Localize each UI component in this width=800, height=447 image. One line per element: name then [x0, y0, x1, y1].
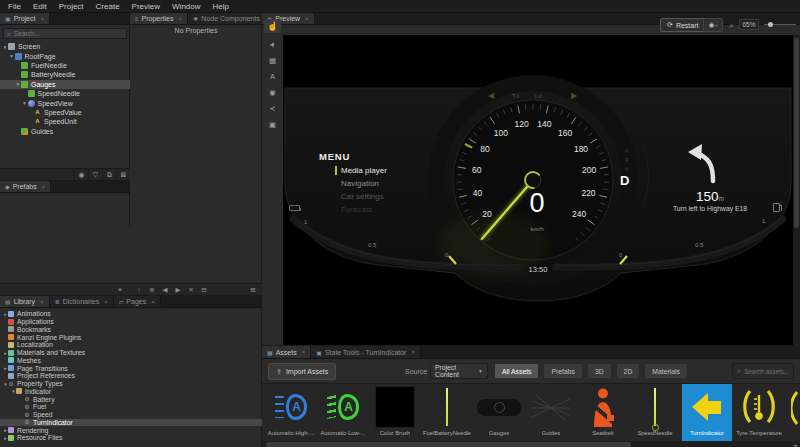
remove-icon[interactable]: ✕	[185, 286, 197, 294]
restart-button[interactable]: ⟳ Restart	[660, 18, 705, 32]
menu-item-file[interactable]: File	[3, 2, 26, 11]
zoom-slider-handle[interactable]	[768, 22, 773, 27]
menu-item-preview[interactable]: Preview	[127, 2, 165, 11]
preview-scrollbar-thumb[interactable]	[794, 38, 799, 228]
tab-pages[interactable]: ▱ Pages ×	[114, 296, 161, 307]
tree-node-batteryneedle[interactable]: BatteryNeedle	[0, 70, 130, 79]
interaction-tool-icon[interactable]: ☝	[264, 19, 281, 33]
close-icon[interactable]: ×	[40, 16, 44, 22]
filter-materials[interactable]: Materials	[644, 363, 688, 379]
close-icon[interactable]: ×	[302, 349, 306, 355]
preview-viewport[interactable]: 20406080100120140160180200220240 ◀ T.ıl …	[283, 35, 793, 345]
add-panel-icon[interactable]: ⊞	[247, 286, 259, 294]
filter-all-assets[interactable]: All Assets	[494, 363, 539, 379]
tab-project[interactable]: ▣ Project ×	[0, 13, 50, 24]
up-arrow-icon[interactable]: ↑	[133, 286, 145, 293]
close-icon[interactable]: ×	[305, 16, 309, 22]
asset-wind[interactable]: Wind	[786, 384, 800, 441]
asset-guides[interactable]: Guides	[526, 384, 576, 441]
grid-tool-icon[interactable]: ▦	[265, 55, 280, 66]
cluster-menu-item-car-settings[interactable]: Car settings	[335, 190, 387, 203]
tab-state-tools[interactable]: ▣ State Tools - TurnIndicator ×	[311, 346, 421, 358]
asset-seatbelt[interactable]: Seatbelt	[578, 384, 628, 441]
magic-wand-icon[interactable]: ✶	[114, 286, 126, 294]
library-node-project-references[interactable]: Project References	[0, 372, 262, 380]
asset-automatic-high[interactable]: AAutomatic-High-...	[266, 384, 316, 441]
library-node-animations[interactable]: ▸Animations	[0, 310, 262, 318]
tree-node-speedview[interactable]: ▾SpeedView	[0, 98, 130, 107]
close-icon[interactable]: ×	[178, 16, 182, 22]
library-node-localization[interactable]: Localization	[0, 341, 262, 349]
asset-speedneedle[interactable]: SpeedNeedle	[630, 384, 680, 441]
library-node-bookmarks[interactable]: Bookmarks	[0, 326, 262, 334]
add-node-icon[interactable]: ⊕	[146, 286, 158, 294]
deselect-icon[interactable]: ⊠	[116, 169, 130, 180]
share-tool-icon[interactable]: ≺	[265, 103, 280, 114]
tab-prefabs[interactable]: ◆ Prefabs ×	[0, 181, 51, 192]
asset-automatic-low[interactable]: AAutomatic-Low-...	[318, 384, 368, 441]
back-icon[interactable]: ◀	[159, 286, 171, 294]
library-node-resource-files[interactable]: ▸Resource Files	[0, 434, 262, 442]
menu-item-help[interactable]: Help	[208, 2, 234, 11]
assets-scrollbar-thumb[interactable]	[266, 442, 631, 447]
tree-node-screen[interactable]: ▾Screen	[0, 42, 130, 51]
library-node-indicator[interactable]: ▾Indicator	[0, 388, 262, 396]
isolate-icon[interactable]: ⧉	[102, 169, 116, 180]
forward-icon[interactable]: ▶	[172, 286, 184, 294]
library-node-materials-and-textures[interactable]: ▸Materials and Textures	[0, 349, 262, 357]
library-node-battery[interactable]: ⚙Battery	[0, 395, 262, 403]
tab-library[interactable]: ▤ Library ×	[0, 296, 50, 307]
library-node-rendering[interactable]: ▸Rendering	[0, 426, 262, 434]
tree-node-speedneedle[interactable]: SpeedNeedle	[0, 89, 130, 98]
asset-gauges[interactable]: Gauges	[474, 384, 524, 441]
library-node-fuel[interactable]: ⚙Fuel	[0, 403, 262, 411]
tree-node-fuelneedle[interactable]: FuelNeedle	[0, 61, 130, 70]
screenshot-tool-icon[interactable]: ▣	[265, 119, 280, 130]
tab-properties[interactable]: ≡ Properties ×	[130, 13, 188, 24]
select-tool-icon[interactable]: ➤	[264, 35, 281, 53]
tab-dictionaries[interactable]: ≣ Dictionaries ×	[50, 296, 114, 307]
close-icon[interactable]: ×	[42, 184, 46, 190]
assets-scrollbar-arrows[interactable]: ◂▸	[793, 442, 798, 447]
tab-assets[interactable]: ▦ Assets ×	[262, 346, 311, 358]
asset-color-brush[interactable]: Color Brush	[370, 384, 420, 441]
library-node-applications[interactable]: Applications	[0, 318, 262, 326]
menu-item-project[interactable]: Project	[54, 2, 89, 11]
visibility-icon[interactable]: ◉	[74, 169, 88, 180]
prefabs-body[interactable]	[0, 226, 130, 283]
source-dropdown[interactable]: Project Content ▼	[430, 363, 488, 379]
filter-prefabs[interactable]: Prefabs	[543, 363, 582, 379]
cluster-menu-item-forecast[interactable]: Forecast	[335, 203, 387, 216]
asset-turnindicator[interactable]: TurnIndicator	[682, 384, 732, 441]
import-assets-button[interactable]: ⇪ Import Assets	[268, 363, 336, 380]
library-node-meshes[interactable]: Meshes	[0, 357, 262, 365]
tree-node-gauges[interactable]: ▾Gauges	[0, 80, 130, 89]
expander-icon[interactable]: ▾	[9, 53, 15, 59]
filter-2d[interactable]: 2D	[616, 363, 641, 379]
project-search-input[interactable]	[14, 30, 123, 37]
close-icon[interactable]: ×	[104, 299, 108, 305]
library-node-property-types[interactable]: ▾⚙Property Types	[0, 380, 262, 388]
close-icon[interactable]: ×	[40, 299, 44, 305]
cluster-menu-item-navigation[interactable]: Navigation	[335, 177, 387, 190]
tree-node-speedunit[interactable]: ASpeedUnit	[0, 117, 130, 126]
tree-node-guides[interactable]: Guides	[0, 127, 130, 136]
menu-item-edit[interactable]: Edit	[28, 2, 52, 11]
filter-3d[interactable]: 3D	[587, 363, 612, 379]
asset-fuelbatteryneedle[interactable]: FuelBatteryNeedle	[422, 384, 472, 441]
asset-tyre-temperature[interactable]: Tyre-Temperature	[734, 384, 784, 441]
library-node-kanzi-engine-plugins[interactable]: Kanzi Engine Plugins	[0, 333, 262, 341]
close-icon[interactable]: ×	[151, 299, 155, 305]
text-tool-icon[interactable]: A	[265, 71, 280, 82]
menu-item-create[interactable]: Create	[91, 2, 125, 11]
cluster-menu-item-media-player[interactable]: Media player	[335, 164, 387, 177]
library-node-page-transitions[interactable]: ▸Page Transitions	[0, 364, 262, 372]
tree-node-rootpage[interactable]: ▾RootPage	[0, 51, 130, 60]
assets-search-input[interactable]	[744, 368, 789, 375]
filter-icon[interactable]: ▽	[88, 169, 102, 180]
orbit-tool-icon[interactable]: ◉	[265, 87, 280, 98]
library-node-speed[interactable]: ⚙Speed	[0, 411, 262, 419]
tree-node-speedvalue[interactable]: ASpeedValue	[0, 108, 130, 117]
lock-icon[interactable]: ⊟	[198, 286, 210, 294]
menu-item-window[interactable]: Window	[167, 2, 205, 11]
